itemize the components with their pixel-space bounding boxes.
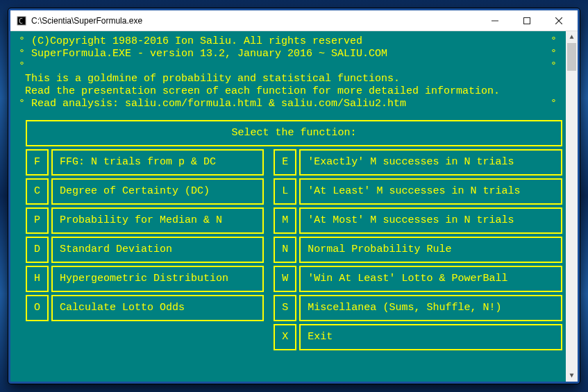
console-area: ° (C)Copyright 1988-2016 Ion Saliu. All … xyxy=(10,31,578,382)
window-frame: C C:\Scientia\SuperFormula.exe ° (C)Copy… xyxy=(8,8,580,384)
menu-item-misc[interactable]: Miscellanea (Sums, Shuffle, N!) xyxy=(299,295,562,321)
menu-row: F FFG: N trials from p & DC E 'Exactly' … xyxy=(26,149,562,176)
menu-key-m[interactable]: M xyxy=(274,207,296,234)
menu-item-winleast[interactable]: 'Win At Least' Lotto & PowerBall xyxy=(299,266,562,292)
menu-key-e[interactable]: E xyxy=(274,149,296,176)
menu-row: O Calculate Lotto Odds S Miscellanea (Su… xyxy=(26,295,562,321)
intro-line-2: Read the presentation screen of each fun… xyxy=(10,85,578,98)
menu-key-d[interactable]: D xyxy=(26,237,49,263)
menu-key-o[interactable]: O xyxy=(26,295,49,321)
menu-item-exit[interactable]: Exit xyxy=(299,324,562,350)
close-button[interactable] xyxy=(543,11,575,31)
menu-key-c[interactable]: C xyxy=(26,178,49,205)
menu-row: C Degree of Certainty (DC) L 'At Least' … xyxy=(26,178,562,205)
menu-key-l[interactable]: L xyxy=(274,178,296,205)
menu-row-exit: X Exit xyxy=(26,324,562,350)
menu-row: H Hypergeometric Distribution W 'Win At … xyxy=(26,266,562,292)
menu-key-p[interactable]: P xyxy=(26,207,49,234)
scroll-down-icon[interactable]: ▼ xyxy=(566,370,578,382)
menu-row: P Probability for Median & N M 'At Most'… xyxy=(26,207,562,234)
menu-key-f[interactable]: F xyxy=(26,149,49,176)
header-line-2: ° SuperFormula.EXE - version 13.2, Janua… xyxy=(10,48,578,60)
menu-item-hypergeo[interactable]: Hypergeometric Distribution xyxy=(51,266,264,292)
menu-item-stddev[interactable]: Standard Deviation xyxy=(51,237,264,263)
menu-key-n[interactable]: N xyxy=(274,237,296,263)
minimize-button[interactable] xyxy=(479,11,511,31)
menu-key-x[interactable]: X xyxy=(274,324,296,350)
menu-item-atmost[interactable]: 'At Most' M successes in N trials xyxy=(299,207,562,234)
menu-box: Select the function: F FFG: N trials fro… xyxy=(23,117,565,353)
maximize-button[interactable] xyxy=(511,11,543,31)
menu-row: D Standard Deviation N Normal Probabilit… xyxy=(26,237,562,263)
menu-key-w[interactable]: W xyxy=(274,266,296,292)
intro-line-1: This is a goldmine of probability and st… xyxy=(10,73,578,85)
intro-line-3: ° Read analysis: saliu.com/formula.html … xyxy=(10,98,578,110)
menu-item-normal[interactable]: Normal Probability Rule xyxy=(299,237,562,263)
menu-key-s[interactable]: S xyxy=(274,295,296,321)
menu-title: Select the function: xyxy=(26,120,562,146)
vertical-scrollbar[interactable]: ▲ ▼ xyxy=(566,31,578,382)
scroll-thumb[interactable] xyxy=(567,43,576,71)
app-icon: C xyxy=(16,15,27,26)
window-buttons xyxy=(479,11,575,31)
menu-item-atleast[interactable]: 'At Least' M successes in N trials xyxy=(299,178,562,205)
menu-item-exactly[interactable]: 'Exactly' M successes in N trials xyxy=(299,149,562,176)
svg-text:C: C xyxy=(19,17,23,25)
titlebar[interactable]: C C:\Scientia\SuperFormula.exe xyxy=(10,10,578,31)
header-line-3: °° xyxy=(10,60,578,73)
scroll-up-icon[interactable]: ▲ xyxy=(566,31,578,43)
header-line-1: ° (C)Copyright 1988-2016 Ion Saliu. All … xyxy=(10,35,578,48)
menu-item-ffg[interactable]: FFG: N trials from p & DC xyxy=(51,149,264,176)
menu-key-h[interactable]: H xyxy=(26,266,49,292)
menu-item-dc[interactable]: Degree of Certainty (DC) xyxy=(51,178,264,205)
svg-rect-3 xyxy=(524,17,530,24)
window-title: C:\Scientia\SuperFormula.exe xyxy=(31,16,479,26)
menu-item-lotto[interactable]: Calculate Lotto Odds xyxy=(51,295,264,321)
menu-item-median[interactable]: Probability for Median & N xyxy=(51,207,264,234)
